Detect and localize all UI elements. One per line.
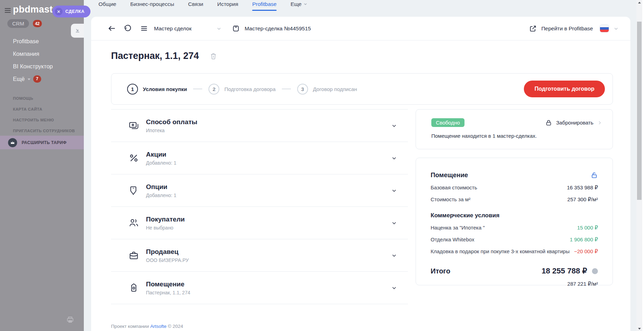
sidebar-item-bi-constructor[interactable]: BI Конструктор xyxy=(13,60,53,73)
total-per-m2: 287 221 ₽/м² xyxy=(431,281,598,287)
chevron-right-icon xyxy=(597,120,602,125)
scroll-up-arrow[interactable] xyxy=(636,0,642,5)
total-status-dot xyxy=(592,268,598,274)
step-connector xyxy=(193,89,202,89)
artsofte-link[interactable]: Artsofte xyxy=(150,324,167,329)
undo-icon[interactable] xyxy=(124,24,132,32)
chevron-down-icon[interactable] xyxy=(391,123,397,128)
money-icon xyxy=(129,120,140,131)
lock-icon xyxy=(545,119,552,126)
deal-bag-icon xyxy=(232,24,240,32)
step-contract-signed: 3 Договор подписан xyxy=(297,84,357,95)
chevron-down-icon[interactable] xyxy=(391,156,397,161)
sidebar-item-help[interactable]: ПОМОЩЬ xyxy=(13,93,75,104)
step-purchase-terms: 1 Условия покупки xyxy=(127,84,187,95)
people-icon xyxy=(129,218,140,228)
step-connector xyxy=(282,89,291,89)
chevron-down-icon xyxy=(303,2,307,6)
chevron-down-icon[interactable] xyxy=(391,285,397,291)
book-button[interactable]: Забронировать xyxy=(545,119,602,126)
chevron-down-icon xyxy=(28,78,30,80)
crm-badge: 42 xyxy=(33,20,42,27)
tab-relations[interactable]: Связи xyxy=(188,1,203,10)
commercial-row-storage-gift: Кладовка в подарок при покупке 3-х комна… xyxy=(431,248,598,255)
sidebar-item-company[interactable]: Компания xyxy=(13,47,53,60)
deal-tag-pill[interactable]: ✕ СДЕЛКА xyxy=(52,6,90,17)
page-scrollbar xyxy=(636,0,642,331)
tab-general[interactable]: Общие xyxy=(98,1,116,10)
sidebar-menu-icon[interactable] xyxy=(4,7,12,14)
briefcase-icon xyxy=(129,250,140,261)
booking-card: Свободно Забронировать Помещение находит… xyxy=(416,109,613,149)
sidebar-item-upgrade-plan[interactable]: РАСШИРИТЬ ТАРИФ xyxy=(0,136,84,149)
section-payment-method[interactable]: Способ оплаты Ипотека xyxy=(111,110,408,142)
chevron-down-icon[interactable] xyxy=(614,26,619,31)
delete-icon[interactable] xyxy=(210,52,217,60)
section-seller[interactable]: Продавец ООО БИЗЕРРА.РУ xyxy=(111,239,408,272)
section-promotions[interactable]: Акции Добавлено: 1 xyxy=(111,142,408,174)
external-link-icon xyxy=(529,25,537,32)
prepare-contract-button[interactable]: Подготовить договор xyxy=(524,81,605,97)
commercial-terms-title: Коммерческие условия xyxy=(431,212,598,219)
percent-icon xyxy=(129,153,140,163)
tab-profitbase[interactable]: Profitbase xyxy=(252,1,277,10)
sidebar-item-profitbase[interactable]: Profitbase xyxy=(13,35,53,47)
back-icon[interactable] xyxy=(108,24,116,33)
tag-icon xyxy=(129,185,140,196)
chevron-down-icon[interactable] xyxy=(391,253,397,258)
commercial-row-whitebox: Отделка Whitebox 1 906 800 ₽ xyxy=(431,236,598,243)
sidebar: pbdmaster CRM 42 Profitbase Компания BI … xyxy=(0,0,84,331)
scroll-down-arrow[interactable] xyxy=(636,326,642,331)
tab-more[interactable]: Еще xyxy=(291,1,308,10)
footer: Проект компании Artsofte © 2024 xyxy=(111,324,183,329)
tab-history[interactable]: История xyxy=(217,1,238,10)
deal-toolbar: Мастер сделок Мастер-сделка №4459515 Пер… xyxy=(91,17,630,40)
crm-pill[interactable]: CRM xyxy=(7,19,29,28)
section-options[interactable]: Опции Добавлено: 1 xyxy=(111,174,408,207)
sidebar-item-sitemap[interactable]: КАРТА САЙТА xyxy=(13,104,75,114)
more-badge: 7 xyxy=(33,75,41,83)
workspace-selector[interactable]: Мастер сделок xyxy=(154,25,191,32)
close-icon[interactable]: ✕ xyxy=(55,8,63,15)
price-row-per-m2: Стоимость за м² 257 300 ₽/м² xyxy=(431,196,598,203)
status-badge: Свободно xyxy=(431,118,464,127)
section-unit[interactable]: Помещение Пастернак, 1.1, 274 xyxy=(111,272,408,304)
go-to-profitbase-link[interactable]: Перейти в Profitbase xyxy=(541,25,593,32)
page-title: Пастернак, 1.1, 274 xyxy=(111,51,199,61)
list-menu-icon[interactable] xyxy=(140,24,148,32)
sidebar-utils: ПОМОЩЬ КАРТА САЙТА НАСТРОИТЬ МЕНЮ ПРИГЛА… xyxy=(13,93,75,136)
tab-bar: Общие Бизнес-процессы Связи История Prof… xyxy=(98,1,307,10)
content-card: Мастер сделок Мастер-сделка №4459515 Пер… xyxy=(91,17,630,331)
sidebar-item-invite-employees[interactable]: ПРИГЛАСИТЬ СОТРУДНИКОВ xyxy=(13,125,75,136)
sidebar-nav: Profitbase Компания BI Конструктор Ещё 7 xyxy=(13,35,53,85)
deal-sections: Способ оплаты Ипотека Акции Добавлено: 1 xyxy=(111,109,408,304)
sidebar-item-more[interactable]: Ещё 7 xyxy=(13,73,53,85)
commercial-row-markup: Наценка за "Ипотека " 15 000 ₽ xyxy=(431,225,598,231)
total-row: Итого 18 255 788 ₽ xyxy=(431,266,598,276)
unlock-icon[interactable] xyxy=(591,172,598,179)
pricing-title: Помещение xyxy=(431,171,468,179)
chevron-down-icon[interactable] xyxy=(391,220,397,226)
pricing-card: Помещение Базовая стоимость 16 353 988 ₽… xyxy=(416,158,613,285)
scrollbar-thumb[interactable] xyxy=(637,22,642,200)
crown-icon xyxy=(8,138,17,147)
deal-stepper: 1 Условия покупки 2 Подготовка договора … xyxy=(111,73,613,105)
sidebar-collapse-button[interactable] xyxy=(71,24,84,38)
step-contract-preparation: 2 Подготовка договора xyxy=(208,84,276,95)
price-row-base: Базовая стоимость 16 353 988 ₽ xyxy=(431,185,598,191)
window-edge xyxy=(642,0,644,331)
tab-business-processes[interactable]: Бизнес-процессы xyxy=(130,1,174,10)
printer-icon[interactable] xyxy=(66,316,74,324)
main-area: Общие Бизнес-процессы Связи История Prof… xyxy=(84,0,644,331)
deal-number-label: Мастер-сделка №4459515 xyxy=(244,25,311,32)
chevron-down-icon[interactable] xyxy=(391,188,397,193)
booking-note: Помещение находится в 1 мастер-сделках. xyxy=(431,133,602,139)
sidebar-item-customize-menu[interactable]: НАСТРОИТЬ МЕНЮ xyxy=(13,114,75,125)
building-icon xyxy=(129,283,140,293)
section-buyers[interactable]: Покупатели Не выбрано xyxy=(111,207,408,239)
chevron-down-icon[interactable] xyxy=(217,26,221,31)
language-flag-ru[interactable] xyxy=(600,24,609,32)
